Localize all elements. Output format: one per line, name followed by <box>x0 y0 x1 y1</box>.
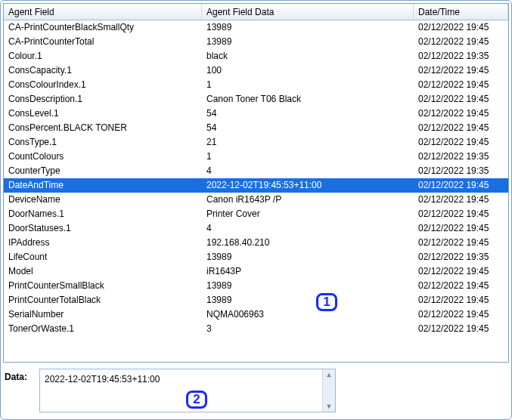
table-row[interactable]: DoorStatuses.1402/12/2022 19:45 <box>4 221 508 236</box>
cell-agent-field-data: 4 <box>202 221 414 236</box>
cell-date-time: 02/12/2022 19:45 <box>414 193 508 207</box>
cell-agent-field: ConsDescription.1 <box>4 92 202 107</box>
table-row[interactable]: DeviceNameCanon iR1643P /P02/12/2022 19:… <box>4 193 508 207</box>
cell-agent-field: ConsType.1 <box>4 135 202 150</box>
cell-agent-field-data: 4 <box>202 164 414 178</box>
cell-date-time: 02/12/2022 19:45 <box>414 35 508 49</box>
cell-date-time: 02/12/2022 19:35 <box>414 164 508 178</box>
table-row[interactable]: PrintCounterTotalBlack1398902/12/2022 19… <box>4 293 508 307</box>
cell-agent-field-data: 1 <box>202 78 414 92</box>
cell-date-time: 02/12/2022 19:45 <box>414 121 508 135</box>
grid-header: Agent Field Agent Field Data Date/Time <box>4 4 508 20</box>
cell-agent-field: DateAndTime <box>4 178 202 193</box>
cell-agent-field-data: 2022-12-02T19:45:53+11:00 <box>202 178 414 193</box>
cell-agent-field-data: 13989 <box>202 20 414 35</box>
scroll-down-icon[interactable]: ▼ <box>323 401 335 412</box>
table-row[interactable]: DoorNames.1Printer Cover02/12/2022 19:45 <box>4 207 508 221</box>
table-row[interactable]: CA-PrintCounterTotal1398902/12/2022 19:4… <box>4 35 508 49</box>
table-row[interactable]: TonerOrWaste.1302/12/2022 19:45 <box>4 322 508 336</box>
cell-agent-field: ConsPercent.BLACK TONER <box>4 121 202 135</box>
cell-agent-field-data: iR1643P <box>202 264 414 279</box>
table-row[interactable]: CountColours102/12/2022 19:35 <box>4 150 508 164</box>
cell-agent-field-data: NQMA006963 <box>202 307 414 322</box>
table-row[interactable]: ModeliR1643P02/12/2022 19:45 <box>4 264 508 279</box>
cell-agent-field: CounterType <box>4 164 202 178</box>
data-label: Data: <box>5 369 35 382</box>
main-panel: Agent Field Agent Field Data Date/Time C… <box>0 0 512 420</box>
cell-agent-field: ConsCapacity.1 <box>4 63 202 78</box>
cell-agent-field: PrintCounterTotalBlack <box>4 293 202 307</box>
cell-agent-field: DeviceName <box>4 193 202 207</box>
cell-date-time: 02/12/2022 19:45 <box>414 322 508 336</box>
column-header-agent-field-data[interactable]: Agent Field Data <box>202 4 414 20</box>
agent-field-grid[interactable]: Agent Field Agent Field Data Date/Time C… <box>3 3 509 363</box>
table-row[interactable]: IPAddress192.168.40.21002/12/2022 19:45 <box>4 236 508 250</box>
cell-date-time: 02/12/2022 19:35 <box>414 49 508 63</box>
table-row[interactable]: ConsType.12102/12/2022 19:45 <box>4 135 508 150</box>
cell-agent-field-data: 54 <box>202 107 414 121</box>
cell-date-time: 02/12/2022 19:45 <box>414 207 508 221</box>
cell-agent-field: ConsColourIndex.1 <box>4 78 202 92</box>
cell-date-time: 02/12/2022 19:45 <box>414 78 508 92</box>
table-row[interactable]: PrintCounterSmallBlack1398902/12/2022 19… <box>4 279 508 293</box>
callout-1: 1 <box>316 293 337 311</box>
cell-agent-field-data: 13989 <box>202 279 414 293</box>
cell-agent-field: SerialNumber <box>4 307 202 322</box>
cell-date-time: 02/12/2022 19:45 <box>414 20 508 35</box>
cell-agent-field: DoorStatuses.1 <box>4 221 202 236</box>
cell-agent-field-data: 1 <box>202 150 414 164</box>
data-textarea-scrollbar[interactable]: ▲ ▼ <box>322 369 335 412</box>
cell-agent-field-data: 13989 <box>202 250 414 264</box>
table-row[interactable]: ConsCapacity.110002/12/2022 19:45 <box>4 63 508 78</box>
scroll-up-icon[interactable]: ▲ <box>323 369 335 380</box>
table-row[interactable]: Colour.1black02/12/2022 19:35 <box>4 49 508 63</box>
cell-agent-field-data: 13989 <box>202 293 414 307</box>
cell-date-time: 02/12/2022 19:45 <box>414 178 508 193</box>
cell-date-time: 02/12/2022 19:45 <box>414 279 508 293</box>
cell-date-time: 02/12/2022 19:45 <box>414 221 508 236</box>
cell-date-time: 02/12/2022 19:45 <box>414 236 508 250</box>
cell-agent-field: CA-PrintCounterBlackSmallQty <box>4 20 202 35</box>
cell-date-time: 02/12/2022 19:45 <box>414 63 508 78</box>
cell-date-time: 02/12/2022 19:35 <box>414 150 508 164</box>
cell-agent-field: CA-PrintCounterTotal <box>4 35 202 49</box>
table-row[interactable]: ConsDescription.1Canon Toner T06 Black02… <box>4 92 508 107</box>
cell-date-time: 02/12/2022 19:45 <box>414 307 508 322</box>
cell-agent-field-data: Canon iR1643P /P <box>202 193 414 207</box>
data-textarea[interactable] <box>40 369 322 412</box>
cell-agent-field-data: 3 <box>202 322 414 336</box>
cell-date-time: 02/12/2022 19:45 <box>414 135 508 150</box>
table-row[interactable]: SerialNumberNQMA00696302/12/2022 19:45 <box>4 307 508 322</box>
table-row[interactable]: ConsLevel.15402/12/2022 19:45 <box>4 107 508 121</box>
table-row[interactable]: LifeCount1398902/12/2022 19:35 <box>4 250 508 264</box>
column-header-date-time[interactable]: Date/Time <box>414 4 508 20</box>
table-row[interactable]: DateAndTime2022-12-02T19:45:53+11:0002/1… <box>4 178 508 193</box>
cell-agent-field-data: 100 <box>202 63 414 78</box>
cell-date-time: 02/12/2022 19:35 <box>414 250 508 264</box>
cell-agent-field: Model <box>4 264 202 279</box>
cell-agent-field-data: Printer Cover <box>202 207 414 221</box>
data-section: Data: ▲ ▼ 2 <box>3 367 509 417</box>
cell-agent-field-data: 21 <box>202 135 414 150</box>
cell-agent-field: CountColours <box>4 150 202 164</box>
cell-agent-field-data: black <box>202 49 414 63</box>
cell-agent-field-data: 54 <box>202 121 414 135</box>
callout-2: 2 <box>186 391 207 409</box>
table-row[interactable]: ConsColourIndex.1102/12/2022 19:45 <box>4 78 508 92</box>
table-row[interactable]: ConsPercent.BLACK TONER5402/12/2022 19:4… <box>4 121 508 135</box>
cell-agent-field: ConsLevel.1 <box>4 107 202 121</box>
cell-agent-field-data: 192.168.40.210 <box>202 236 414 250</box>
grid-body[interactable]: CA-PrintCounterBlackSmallQty1398902/12/2… <box>4 20 508 362</box>
cell-agent-field-data: 13989 <box>202 35 414 49</box>
table-row[interactable]: CounterType402/12/2022 19:35 <box>4 164 508 178</box>
cell-agent-field: PrintCounterSmallBlack <box>4 279 202 293</box>
data-textarea-wrap: ▲ ▼ 2 <box>39 369 336 412</box>
cell-date-time: 02/12/2022 19:45 <box>414 92 508 107</box>
table-row[interactable]: CA-PrintCounterBlackSmallQty1398902/12/2… <box>4 20 508 35</box>
cell-agent-field: DoorNames.1 <box>4 207 202 221</box>
cell-date-time: 02/12/2022 19:45 <box>414 107 508 121</box>
column-header-agent-field[interactable]: Agent Field <box>4 4 202 20</box>
cell-date-time: 02/12/2022 19:45 <box>414 293 508 307</box>
cell-agent-field: IPAddress <box>4 236 202 250</box>
cell-agent-field: TonerOrWaste.1 <box>4 322 202 336</box>
